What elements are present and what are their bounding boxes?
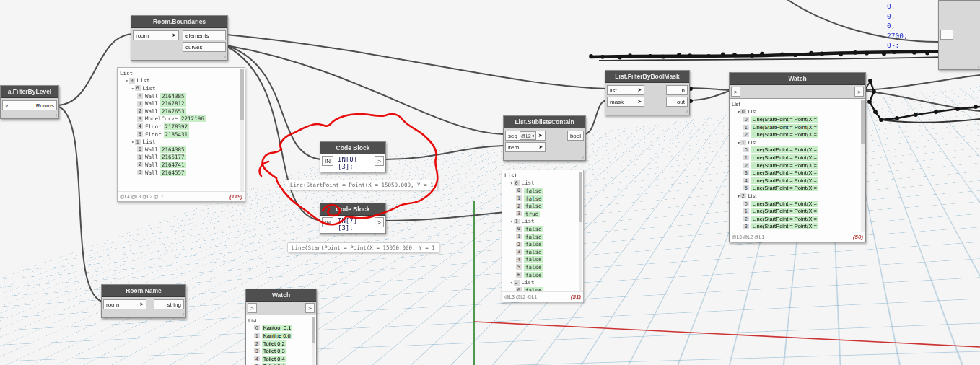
- port-item[interactable]: item ➤: [505, 142, 546, 152]
- port-list[interactable]: list ➤: [607, 85, 644, 95]
- list-row: 2Line(StartPoint = Point(X =: [732, 162, 860, 170]
- node-title[interactable]: Room.Name: [102, 285, 185, 297]
- preview-room-boundaries[interactable]: List▾0List▾0List0Wall21643851Wall2167812…: [117, 67, 245, 202]
- port-in[interactable]: >: [731, 87, 740, 97]
- node-title[interactable]: List.SublistsContain: [504, 116, 585, 128]
- watch-list[interactable]: List0Kantoor 0.11Kantine 0.62Toilet 0.23…: [246, 315, 316, 365]
- node-list-filter-by-bool-mask[interactable]: List.FilterByBoolMask list ➤ mask ➤ in o…: [605, 70, 690, 115]
- scrollbar-thumb[interactable]: [312, 317, 315, 343]
- lacing-level-selector[interactable]: @L2 ▲ ▼: [520, 131, 536, 140]
- port-out[interactable]: out: [666, 97, 688, 107]
- node-title[interactable]: Watch: [730, 73, 865, 85]
- port-label: >: [377, 158, 381, 164]
- node-filter-by-level[interactable]: a.FilterByLevel > Rooms i: [0, 85, 59, 119]
- wire: [864, 91, 980, 111]
- info-icon: i: [978, 63, 979, 69]
- lacing-levels[interactable]: @L3 @L2 @L1: [504, 294, 537, 299]
- list-row: ▾1List: [732, 138, 860, 146]
- code-line: 2700,: [887, 31, 908, 41]
- item-count: (51): [571, 294, 581, 300]
- list-row: List: [504, 172, 578, 180]
- port-mask[interactable]: mask ➤: [607, 97, 644, 107]
- node-partial-right[interactable]: i: [938, 0, 980, 70]
- list-row: 5false: [504, 263, 578, 271]
- port-label: list: [610, 87, 617, 94]
- port-in[interactable]: IN: [322, 217, 333, 227]
- wire: [227, 45, 504, 134]
- scrollbar[interactable]: [312, 317, 315, 365]
- scrollbar-thumb[interactable]: [579, 172, 582, 222]
- node-list-sublists-contain[interactable]: List.SublistsContain seq @L2 ▲ ▼ ➤ item: [503, 115, 586, 161]
- port-rooms[interactable]: > Rooms: [2, 100, 57, 110]
- port-label: >: [308, 305, 312, 312]
- port-elements[interactable]: elements: [183, 30, 226, 40]
- port-curves[interactable]: curves: [183, 42, 226, 52]
- port-label: room: [106, 302, 119, 308]
- list-row: 0false: [504, 225, 578, 233]
- port-room[interactable]: room ➤: [103, 299, 146, 309]
- port-room[interactable]: room ➤: [133, 30, 179, 40]
- node-watch-bottom[interactable]: Watch > > List0Kantoor 0.11Kantine 0.62T…: [245, 289, 317, 365]
- info-icon: i: [56, 113, 57, 118]
- scrollbar-thumb[interactable]: [861, 100, 865, 144]
- port-in[interactable]: >: [248, 303, 257, 313]
- port-string[interactable]: string: [154, 299, 184, 309]
- list-row: 3ModelCurve2212196: [120, 115, 240, 123]
- node-title[interactable]: Code Block: [320, 142, 385, 154]
- node-room-name[interactable]: Room.Name room ➤ string i: [101, 284, 186, 318]
- port-out[interactable]: >: [854, 87, 864, 97]
- list-row: 2Line(StartPoint = Point(X =: [732, 131, 860, 138]
- port-in[interactable]: IN: [322, 156, 333, 166]
- lacing-levels[interactable]: @L4 @L3 @L2 @L1: [120, 194, 164, 199]
- list-row: 0Line(StartPoint = Point(X =: [732, 115, 860, 123]
- node-title[interactable]: Code Block: [320, 203, 385, 216]
- list-row: 6false: [504, 271, 578, 279]
- wire: [688, 88, 730, 90]
- item-count: (119): [229, 193, 242, 200]
- watch-list[interactable]: List▾0List0Line(StartPoint = Point(X =1L…: [730, 98, 865, 242]
- scrollbar[interactable]: [579, 172, 582, 291]
- port-label: string: [167, 302, 181, 308]
- port-partial[interactable]: [940, 30, 953, 40]
- node-title[interactable]: Room.Boundaries: [131, 16, 227, 28]
- port-out[interactable]: >: [375, 156, 384, 166]
- node-title[interactable]: Watch: [246, 289, 316, 302]
- node-code-block-2[interactable]: Code Block IN IN[7][3]; >: [320, 203, 386, 234]
- list-row: 5Toilet 0.4: [248, 363, 311, 365]
- scrollbar[interactable]: [240, 69, 244, 191]
- node-room-boundaries[interactable]: Room.Boundaries room ➤ elements curves i: [131, 15, 228, 61]
- code-block-code[interactable]: IN[0][3];: [335, 156, 373, 170]
- scrollbar-thumb[interactable]: [240, 69, 244, 120]
- list-row: 5Floor2185431: [120, 131, 240, 138]
- port-label: >: [377, 219, 381, 226]
- dynamo-canvas[interactable]: List▾0List▾0List0Wall21643851Wall2167812…: [0, 0, 980, 365]
- port-in[interactable]: in: [666, 85, 688, 95]
- lacing-levels[interactable]: @L3 @L2 @L1: [732, 234, 764, 239]
- list-row: 0Kantoor 0.1: [248, 325, 311, 333]
- code-fragment: 0,0,0,2700,0};: [887, 1, 908, 50]
- code-block-code[interactable]: IN[7][3];: [335, 217, 373, 232]
- port-bool[interactable]: bool: [567, 131, 584, 141]
- spinner-down-icon[interactable]: ▼: [532, 136, 535, 138]
- lacing-level-value: @L2: [521, 133, 531, 138]
- preview-sublists[interactable]: List▾0List0false1false2false3true▾1List0…: [502, 170, 584, 302]
- list-row: 2false: [504, 202, 578, 210]
- port-label: Rooms: [36, 102, 54, 109]
- port-out[interactable]: >: [375, 217, 384, 227]
- list-row: ▾2List: [504, 278, 578, 286]
- scrollbar[interactable]: [861, 100, 865, 232]
- node-watch-right[interactable]: Watch > > List▾0List0Line(StartPoint = P…: [729, 72, 866, 242]
- node-title[interactable]: List.FilterByBoolMask: [605, 71, 689, 83]
- port-seq[interactable]: seq @L2 ▲ ▼ ➤: [505, 131, 546, 141]
- node-title[interactable]: a.FilterByLevel: [1, 86, 58, 98]
- preview-rows: List▾0List0false1false2false3true▾1List0…: [502, 171, 578, 291]
- code-line: 0,: [887, 1, 908, 12]
- port-out[interactable]: >: [305, 303, 315, 313]
- port-label: curves: [185, 44, 203, 50]
- port-label: in: [681, 87, 685, 94]
- list-row: 4Floor2178392: [120, 123, 240, 131]
- wire-cluster: [870, 81, 980, 120]
- node-code-block-1[interactable]: Code Block IN IN[0][3]; >: [320, 141, 386, 172]
- info-icon: i: [183, 312, 184, 317]
- port-arrow-icon: ➤: [139, 302, 144, 307]
